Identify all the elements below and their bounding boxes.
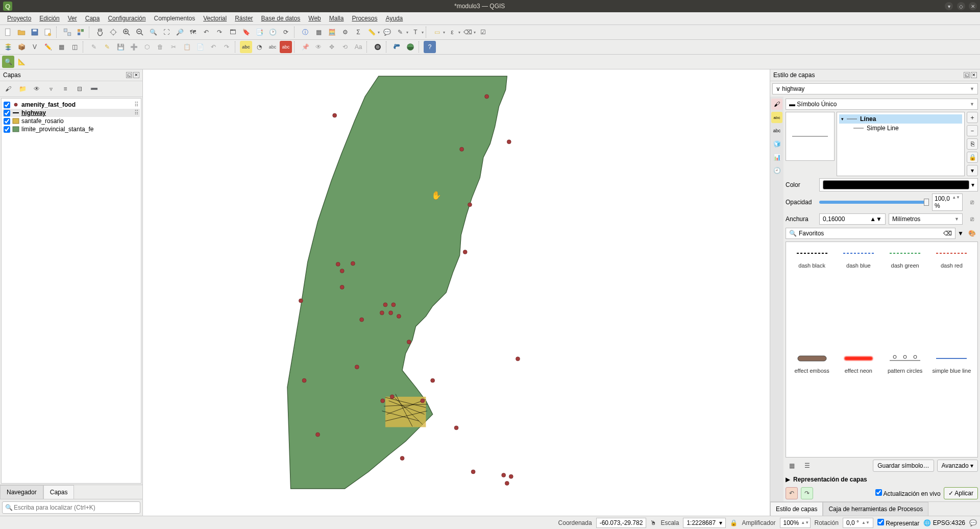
layer-rendering-section[interactable]: ▶ Representación de capas (786, 474, 978, 485)
tab-capas[interactable]: Capas (43, 485, 75, 499)
layer-checkbox[interactable] (4, 102, 10, 108)
menu-complementos[interactable]: Complementos (150, 14, 199, 23)
list-view-button[interactable]: ☰ (801, 460, 813, 472)
zoom-last-icon[interactable]: ↶ (200, 26, 212, 38)
add-raster-icon[interactable]: ▦ (55, 41, 67, 53)
menu-edicion[interactable]: Edición (35, 14, 63, 23)
diagrams-tab-icon[interactable]: 📊 (771, 152, 782, 163)
temporal-controller-icon[interactable]: 🕑 (266, 26, 279, 38)
swatch-effect-neon[interactable]: effect neon (838, 352, 879, 452)
add-feature-icon[interactable]: ➕ (128, 41, 140, 53)
plugin-manager-icon[interactable] (404, 41, 416, 53)
data-defined-icon[interactable]: ⎚ (966, 196, 978, 208)
chevron-down-icon[interactable]: ▼ (958, 230, 964, 237)
layer-indicator-icon[interactable]: ⠿ (134, 101, 139, 108)
symbol-child-simpleline[interactable]: Simple Line (839, 124, 962, 133)
rotation-field[interactable]: 0,0 °▲▼ (843, 518, 873, 528)
new-print-layout-icon[interactable] (42, 26, 54, 38)
history-tab-icon[interactable]: 🕘 (771, 165, 782, 176)
filter-legend-icon[interactable]: ▿ (45, 83, 57, 95)
redo-icon[interactable]: ↷ (220, 41, 233, 53)
menu-ayuda[interactable]: Ayuda (381, 14, 407, 23)
swatch-dash-red[interactable]: dash red (931, 247, 972, 347)
renderer-combo[interactable]: ▬ Símbolo Único ▼ (786, 99, 978, 110)
label-toolbar-icon[interactable]: abc (266, 41, 279, 53)
menu-vectorial[interactable]: Vectorial (199, 14, 231, 23)
layout-manager-icon[interactable] (61, 26, 74, 38)
toolbox-icon[interactable]: ⚙ (339, 26, 351, 38)
change-label-icon[interactable]: Aa (352, 41, 364, 53)
pan-to-selection-icon[interactable] (107, 26, 119, 38)
menu-web[interactable]: Web (304, 14, 325, 23)
remove-layer-icon[interactable]: ➖ (88, 83, 100, 95)
opacity-spinbox[interactable]: 100,0 %▲▼ (932, 194, 963, 211)
lock-scale-icon[interactable]: 🔒 (730, 519, 738, 526)
scale-field[interactable]: 1:2228687 ▾ (683, 518, 726, 528)
symbol-layer-tree[interactable]: ▾ Línea Simple Line (837, 112, 965, 176)
current-edits-icon[interactable]: ✎ (88, 41, 100, 53)
help-icon[interactable]: ? (424, 41, 436, 53)
coord-field[interactable]: -60.073,-29.782 (596, 518, 647, 528)
select-all-icon[interactable]: ☑ (477, 26, 489, 38)
tab-navegador[interactable]: Navegador (0, 485, 43, 499)
manage-visibility-icon[interactable]: 👁 (31, 83, 43, 95)
layer-row-highway[interactable]: highway ⠿ (3, 109, 140, 117)
python-console-icon[interactable] (391, 41, 403, 53)
live-update-checkbox[interactable]: Actualización en vivo (875, 489, 941, 497)
locator-input[interactable] (2, 501, 140, 514)
coord-toggle-icon[interactable]: 🖱 (650, 519, 656, 526)
layer-row-limite[interactable]: limite_provincial_stanta_fe (3, 125, 140, 133)
swatch-simple-blue[interactable]: simple blue line (931, 352, 972, 452)
expand-icon[interactable]: ▾ (841, 116, 844, 122)
panel-float-button[interactable]: ◱ (964, 72, 970, 78)
remove-symbol-layer-button[interactable]: － (967, 125, 978, 136)
style-manager-icon[interactable] (75, 26, 87, 38)
select-by-value-icon[interactable]: ε (446, 26, 458, 38)
masks-tab-icon[interactable]: abc (771, 125, 782, 136)
swatch-dash-green[interactable]: dash green (885, 247, 926, 347)
style-manager-icon[interactable]: 🎨 (966, 227, 978, 239)
width-spinbox[interactable]: 0,16000▲▼ (819, 213, 886, 225)
data-defined-icon[interactable]: ⎚ (966, 213, 978, 225)
menu-proyecto[interactable]: Proyecto (3, 14, 35, 23)
paste-icon[interactable]: 📄 (194, 41, 206, 53)
duplicate-symbol-layer-button[interactable]: ⎘ (967, 138, 978, 150)
menu-configuracion[interactable]: Configuración (104, 14, 150, 23)
new-map-view-icon[interactable]: 🗔 (227, 26, 239, 38)
add-mesh-icon[interactable]: ◫ (68, 41, 81, 53)
vertex-tool-icon[interactable]: ⬡ (141, 41, 153, 53)
movedown-symbol-layer-button[interactable]: ▾ (967, 165, 978, 176)
symbology-tab-icon[interactable]: 🖌 (771, 99, 782, 110)
layer-combo[interactable]: ∨ highway ▼ (772, 83, 978, 94)
icon-view-button[interactable]: ▦ (786, 460, 798, 472)
lock-symbol-layer-button[interactable]: 🔒 (967, 152, 978, 163)
layer-styling-icon[interactable]: 🖌 (2, 83, 14, 95)
redo-style-button[interactable]: ↷ (801, 487, 813, 499)
save-symbol-button[interactable]: Guardar símbolo… (873, 460, 934, 472)
add-symbol-layer-button[interactable]: ＋ (967, 112, 978, 123)
add-group-icon[interactable]: 📁 (16, 83, 29, 95)
deselect-icon[interactable]: ⌫ (461, 26, 474, 38)
map-tips-icon[interactable]: 💬 (381, 26, 393, 38)
crs-button[interactable]: 🌐 EPSG:4326 (923, 519, 965, 526)
quickosm-icon[interactable]: 🔍 (2, 56, 14, 68)
label-highlight-icon[interactable]: abc (280, 41, 292, 53)
color-picker[interactable]: ▾ (819, 178, 978, 191)
osm-download-icon[interactable] (372, 41, 384, 53)
advanced-button[interactable]: Avanzado ▾ (937, 460, 978, 472)
select-features-icon[interactable]: ▭ (431, 26, 443, 38)
move-label-icon[interactable]: ✥ (326, 41, 338, 53)
zoom-out-icon[interactable] (134, 26, 146, 38)
menu-ver[interactable]: Ver (64, 14, 81, 23)
swatch-effect-emboss[interactable]: effect emboss (791, 352, 832, 452)
opacity-slider[interactable] (819, 201, 929, 204)
zoom-next-icon[interactable]: ↷ (213, 26, 226, 38)
menu-raster[interactable]: Ráster (231, 14, 257, 23)
width-unit-combo[interactable]: Milímetros▼ (889, 213, 963, 225)
magnifier-field[interactable]: 100%▲▼ (780, 518, 811, 528)
minimize-button[interactable]: ▾ (945, 2, 953, 10)
zoom-to-selection-icon[interactable]: 🔎 (174, 26, 186, 38)
swatch-dash-blue[interactable]: dash blue (838, 247, 879, 347)
delete-selected-icon[interactable]: 🗑 (154, 41, 166, 53)
cut-icon[interactable]: ✂ (167, 41, 180, 53)
